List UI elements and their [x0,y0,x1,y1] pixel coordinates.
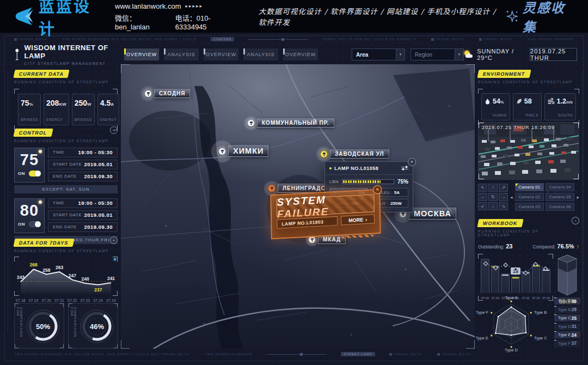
tab-analysis-3[interactable]: ANALYSIS [243,48,278,60]
panel-action-icon[interactable]: → [110,126,118,134]
env-row: 1.2m/s [548,98,573,105]
map-pin-0[interactable] [142,87,155,100]
type-list: Type A36Type B28Type C25Type D31Type E24… [554,297,580,355]
type-row-4[interactable]: Type D31 [554,323,580,330]
camera-button-1[interactable]: Camera 01 [515,183,544,191]
more-button[interactable]: MORE › [341,214,375,225]
up-arrow-icon: ↑ [577,244,579,250]
city-map[interactable]: +++ +++ СХОДНЯКОММУНАЛЬНЫЙ ПР.ХИМКИЗАВОД… [121,64,475,349]
map-pin-3[interactable] [317,148,330,161]
svg-text:Type A: Type A [505,295,518,300]
stat-value: 208KW [46,99,66,107]
decor-text: TRAVEL BOTH. [389,352,424,356]
pan-right-icon[interactable]: → [499,193,508,201]
prev-cameras-icon[interactable]: ◂ [510,194,513,200]
svg-text:+: + [164,223,168,229]
system-failure-popup: × SYSTEM FAILURE LAMP NO.L01803 MORE › [270,189,381,240]
camera-button-3[interactable]: Camera 03 [515,203,544,211]
type-row-6[interactable]: Type F37 [554,340,580,347]
region-select[interactable]: Region ▾ [411,48,464,60]
outstanding-value: 23 [506,243,512,250]
panel-more-icon[interactable]: › [572,217,579,224]
map-label-3[interactable]: ЗАВОДСКАЯ УЛ [330,149,389,159]
state-label: ON [18,171,25,176]
tab-overview-2[interactable]: OVERVIEW [204,48,238,60]
pan-down-right-icon[interactable]: ↘ [499,202,508,210]
row-label: TIME [53,150,64,155]
radar-chart: Type AType BType CType DType EType F [470,293,552,355]
tab-analysis-1[interactable]: ANALYSIS [164,48,199,60]
panel-control: CONTROL RUNNING CONDITION OF STREETLAMP … [14,126,118,244]
map-pin-1[interactable] [244,117,258,130]
weather-widget: SUNNDAY / 29°C [464,48,521,61]
close-icon[interactable]: × [408,158,416,166]
x-tick: 07.22 [66,299,79,302]
sliders-icon[interactable] [401,166,408,171]
level-value: 80 [18,199,41,221]
area-select[interactable]: Area ▾ [352,48,405,60]
camera-feed[interactable]: 2019.07.25 THUR 18:26:09 [478,122,579,180]
brand[interactable]: 蓝蓝设计 [14,0,102,39]
pan-up-left-icon[interactable]: ↖ [478,184,487,192]
sun-cloud-icon [464,51,473,58]
region-select-value: Region [411,52,455,58]
panel-current-data: CURRENT DATA RUNNING CONDITION OF STREET… [14,68,118,130]
workbook-bar-07.19 [491,265,500,293]
map-label-6[interactable]: МОСКВА [409,208,456,220]
type-row-1[interactable]: Type A36 [554,297,580,305]
pan-down-left-icon[interactable]: ↙ [478,202,487,210]
pan-up-icon[interactable]: ↑ [488,184,498,192]
pan-down-icon[interactable]: ↓ [488,202,498,210]
map-pin-4[interactable] [265,182,278,195]
lamp-id: LAMP NO.L01058 [334,166,399,171]
schedule-row-time[interactable]: TIME19:00 - 05:30 [48,148,118,157]
reset-icon[interactable]: ↻ [488,193,498,201]
schedule-row-start-date[interactable]: START DATE2019.05.01 [48,210,118,220]
level-box: 75ON [14,148,45,182]
schedule-row-start-date[interactable]: START DATE2019.05.01 [48,160,118,169]
schedule-row-end-date[interactable]: END DATE2019.09.30 [48,222,118,232]
panel-subtitle: RUNNING CONDITION OF STREETLAMP [478,229,572,237]
state-label: ON [18,222,25,227]
tab-overview-4[interactable]: OVERVIEW [283,48,318,60]
schedule-row-end-date[interactable]: END DATE2019.09.30 [48,172,118,181]
power-toggle[interactable] [29,171,41,177]
x-tick: 07.20 [40,299,53,302]
type-row-5[interactable]: Type E24 [554,331,580,338]
row-label: END DATE [53,224,77,229]
camera-button-6[interactable]: Camera 06 [546,203,574,211]
website-link[interactable]: www.lanlanwork.com [115,2,181,10]
except-bar: EXCEPT: SAT, SUN [14,185,118,193]
type-row-3[interactable]: Type C25 [554,314,580,321]
pan-up-right-icon[interactable]: ↗ [499,184,508,192]
type-row-2[interactable]: Type B28 [554,306,580,313]
stat-name: BRINESS [21,118,38,121]
map-pin-2[interactable] [216,145,229,158]
camera-list: Camera 01Camera 02Camera 03Camera 04Came… [515,183,575,211]
comparison-gauge-1: COMPARISON FOR46% [68,303,118,349]
power-toggle[interactable] [29,221,41,227]
camera-button-5[interactable]: Camera 05 [546,193,574,201]
leaf-icon [516,98,522,105]
next-cameras-icon[interactable]: ▸ [577,194,579,200]
svg-text:258: 258 [42,267,50,272]
schedule-row-time[interactable]: TIME19:00 - 05:30 [48,198,118,208]
map-label-2[interactable]: ХИМКИ [228,145,268,157]
tab-overview-0[interactable]: OVERVIEW [124,48,159,60]
camera-button-2[interactable]: Camera 02 [515,193,544,201]
screenshot-root: 蓝蓝设计 www.lanlanwork.com ▸▸▸▸▸ 微信：ben_lan… [0,0,588,365]
wind-icon [548,98,555,105]
panel-add-icon[interactable]: + [110,236,118,244]
decor-text: TWO ROADS DIVERGED [205,352,253,356]
stat-briness: 75%BRINESS [18,94,41,125]
workbook-bar-07.20 [501,273,510,293]
schedule: 75ONTIME19:00 - 05:30START DATE2019.05.0… [14,148,118,182]
camera-button-4[interactable]: Camera 04 [546,183,574,191]
map-label-0[interactable]: СХОДНЯ [154,89,190,98]
bar-track[interactable] [342,179,394,184]
pan-left-icon[interactable]: ← [478,193,487,201]
inspiration-collect[interactable]: 灵感收集 [506,0,574,35]
map-label-1[interactable]: КОММУНАЛЬНЫЙ ПР. [257,118,334,127]
decor-text: TWO ROADS DIVERGED IN A YELLOW WOOD, AND… [14,352,191,356]
site-header: 蓝蓝设计 www.lanlanwork.com ▸▸▸▸▸ 微信：ben_lan… [0,0,588,33]
